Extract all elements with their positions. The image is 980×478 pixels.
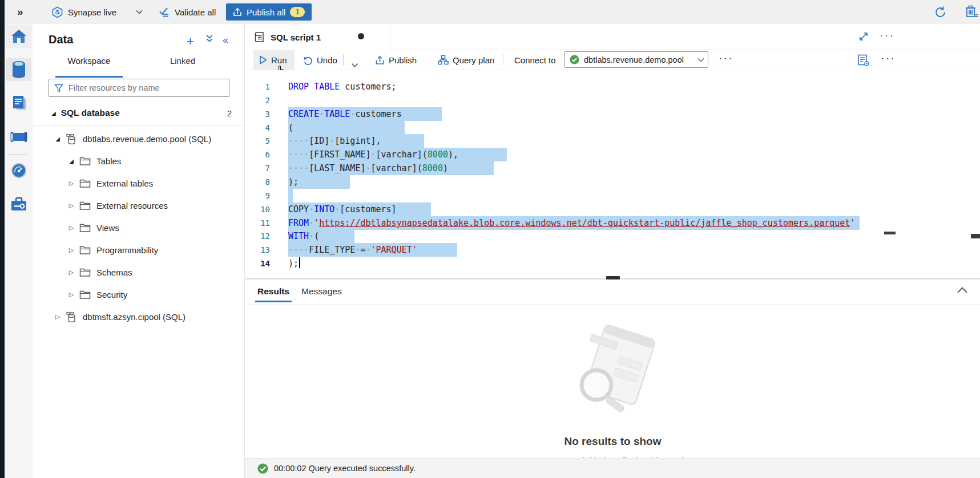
filter-resources-box[interactable] bbox=[49, 79, 229, 97]
home-icon bbox=[10, 29, 27, 44]
code-line-11[interactable]: 11FROM·'https://dbtlabsynapsedatalake.bl… bbox=[245, 216, 980, 230]
code-line-3[interactable]: 3CREATE·TABLE·customers bbox=[245, 107, 980, 121]
expand-icon[interactable]: ▷ bbox=[68, 224, 75, 232]
tree-item-views[interactable]: ▷Views bbox=[33, 217, 280, 239]
line-number: 11 bbox=[245, 216, 270, 230]
connect-to-pool-dropdown[interactable]: dbtlabs.revenue.demo.pool bbox=[564, 51, 708, 68]
sql-code-editor[interactable]: 1DROP TABLE customers;23CREATE·TABLE·cus… bbox=[245, 70, 980, 278]
develop-icon bbox=[11, 95, 27, 112]
collapse-icon[interactable]: ◢ bbox=[54, 136, 61, 142]
more-toolbar-actions-icon[interactable]: ··· bbox=[881, 51, 896, 64]
results-body: No results to show Your query yielded no… bbox=[245, 305, 980, 458]
expand-icon[interactable]: ▷ bbox=[68, 180, 75, 187]
empty-results-title: No results to show bbox=[245, 435, 980, 448]
nav-monitor-button[interactable] bbox=[6, 159, 31, 182]
expand-icon[interactable]: ▷ bbox=[68, 291, 75, 298]
line-number: 4 bbox=[245, 121, 270, 135]
code-text: FROM·'https://dbtlabsynapsedatalake.blob… bbox=[288, 216, 860, 230]
publish-button[interactable]: Publish bbox=[375, 50, 417, 70]
scrollbar-thumb[interactable] bbox=[971, 234, 980, 238]
nav-manage-button[interactable] bbox=[6, 193, 31, 216]
tree-item-dbtmsft-azsyn-cipool-sql[interactable]: ▷dbtmsft.azsyn.cipool (SQL) bbox=[33, 306, 266, 328]
more-toolbar-actions-icon[interactable]: ··· bbox=[719, 51, 733, 64]
code-line-13[interactable]: 13····FILE_TYPE·=·'PARQUET' bbox=[245, 243, 980, 257]
code-line-12[interactable]: 12WITH·( bbox=[245, 229, 980, 243]
tree-item-external-resources[interactable]: ▷External resources bbox=[33, 195, 280, 217]
line-number: 13 bbox=[245, 243, 270, 257]
collapse-icon[interactable]: ◢ bbox=[68, 158, 75, 164]
code-line-8[interactable]: 8); bbox=[245, 175, 980, 189]
tree-item-security[interactable]: ▷Security bbox=[33, 283, 280, 306]
code-line-4[interactable]: 4( bbox=[245, 121, 980, 135]
tab-results[interactable]: Results bbox=[257, 286, 289, 297]
publish-icon bbox=[375, 55, 385, 65]
selection-tail bbox=[458, 148, 507, 161]
tree-root-sql-database[interactable]: ◢ SQL database 2 bbox=[33, 104, 244, 122]
expand-icon[interactable]: ▷ bbox=[68, 246, 75, 254]
code-text: ····[FIRST_NAME]·[varchar](8000), bbox=[288, 148, 507, 161]
unsaved-changes-dot bbox=[358, 33, 364, 39]
tree-item-dbtlabs-revenue-demo-pool-sql[interactable]: ◢dbtlabs.revenue.demo.pool (SQL) bbox=[33, 128, 266, 150]
tree-item-tables[interactable]: ◢Tables bbox=[33, 150, 280, 172]
code-line-2[interactable]: 2 bbox=[245, 94, 980, 107]
query-plan-icon bbox=[438, 55, 449, 65]
maximize-editor-icon[interactable] bbox=[858, 31, 869, 42]
expand-icon[interactable]: ▷ bbox=[54, 313, 61, 321]
tree-item-label: dbtlabs.revenue.demo.pool (SQL) bbox=[83, 134, 211, 144]
nav-integrate-button[interactable] bbox=[6, 125, 31, 148]
mode-switcher[interactable]: Synapse live bbox=[51, 0, 143, 24]
expand-left-panel-icon[interactable]: » bbox=[17, 0, 23, 24]
tab-workspace[interactable]: Workspace bbox=[55, 56, 123, 73]
code-line-6[interactable]: 6····[FIRST_NAME]·[varchar](8000), bbox=[245, 148, 980, 161]
code-text: ····FILE_TYPE·=·'PARQUET' bbox=[288, 243, 457, 257]
code-line-7[interactable]: 7····[LAST_NAME]·[varchar](8000) bbox=[245, 161, 980, 175]
validate-icon bbox=[159, 7, 170, 17]
connect-to-label: Connect to bbox=[514, 50, 556, 70]
nav-home-button[interactable] bbox=[6, 25, 31, 48]
collapse-icon[interactable]: ◢ bbox=[51, 110, 56, 116]
query-plan-button[interactable]: Query plan bbox=[438, 50, 494, 70]
tab-sql-script-1[interactable]: SQL script 1 bbox=[245, 24, 390, 50]
filter-resources-input[interactable] bbox=[67, 80, 229, 96]
discard-all-icon[interactable] bbox=[965, 0, 979, 24]
collapse-all-icon[interactable] bbox=[205, 34, 213, 43]
tree-item-programmability[interactable]: ▷Programmability bbox=[33, 239, 280, 261]
folder-icon bbox=[79, 224, 91, 233]
code-line-9[interactable]: 9 bbox=[245, 189, 980, 202]
add-resource-icon[interactable]: + bbox=[187, 34, 194, 49]
publish-all-button[interactable]: Publish all 1 bbox=[226, 3, 312, 21]
code-text: ····[LAST_NAME]·[varchar](8000) bbox=[288, 161, 494, 175]
top-header-bar: » Synapse live Validate all Publish all … bbox=[0, 0, 980, 25]
tree-item-external-tables[interactable]: ▷External tables bbox=[33, 172, 280, 195]
nav-data-button[interactable] bbox=[6, 58, 31, 81]
line-number: 5 bbox=[245, 134, 270, 148]
code-line-10[interactable]: 10COPY·INTO·[customers] bbox=[245, 202, 980, 216]
code-line-1[interactable]: 1DROP TABLE customers; bbox=[245, 80, 980, 94]
validate-all-button[interactable]: Validate all bbox=[159, 0, 216, 24]
expand-icon[interactable]: ▷ bbox=[68, 202, 75, 209]
text-cursor bbox=[299, 257, 300, 268]
more-actions-icon[interactable]: ··· bbox=[880, 29, 894, 42]
tree-item-schemas[interactable]: ▷Schemas bbox=[33, 261, 280, 283]
selection-tail bbox=[299, 175, 350, 189]
run-button[interactable]: Run bbox=[253, 50, 295, 70]
undo-button[interactable]: Undo bbox=[303, 50, 337, 70]
collapse-panel-icon[interactable]: « bbox=[223, 34, 228, 46]
line-number: 14 bbox=[245, 257, 270, 270]
selection-tail bbox=[381, 134, 424, 148]
tab-linked[interactable]: Linked bbox=[163, 56, 203, 73]
collapse-results-icon[interactable] bbox=[957, 286, 968, 294]
refresh-icon[interactable] bbox=[934, 0, 947, 24]
code-line-14[interactable]: 14); bbox=[245, 257, 980, 270]
tab-messages[interactable]: Messages bbox=[301, 286, 342, 297]
code-line-5[interactable]: 5····[ID]·[bigint], bbox=[245, 134, 980, 148]
toolbar-separator bbox=[503, 54, 503, 66]
line-number: 12 bbox=[245, 229, 270, 243]
code-text: ); bbox=[288, 257, 300, 270]
publish-icon bbox=[233, 7, 242, 17]
script-properties-icon[interactable] bbox=[857, 54, 870, 67]
tree-item-label: External resources bbox=[96, 201, 168, 210]
expand-icon[interactable]: ▷ bbox=[68, 269, 75, 276]
data-icon bbox=[11, 60, 27, 79]
nav-develop-button[interactable] bbox=[6, 92, 31, 115]
